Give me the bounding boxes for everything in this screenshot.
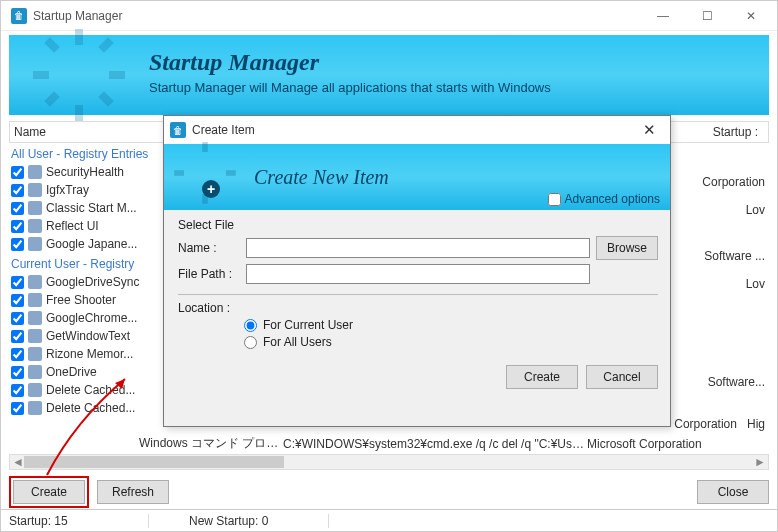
item-checkbox[interactable] bbox=[11, 402, 24, 415]
dialog-app-icon: 🗑 bbox=[170, 122, 186, 138]
status-bar: Startup: 15 New Startup: 0 bbox=[1, 509, 777, 531]
svg-point-0 bbox=[51, 47, 107, 103]
column-startup[interactable]: Startup : bbox=[709, 125, 764, 139]
app-icon bbox=[28, 219, 42, 233]
item-checkbox[interactable] bbox=[11, 276, 24, 289]
column-name[interactable]: Name bbox=[14, 125, 144, 139]
cmd-icon bbox=[28, 383, 42, 397]
horizontal-scrollbar[interactable]: ◄ ► bbox=[9, 454, 769, 470]
dialog-title: Create Item bbox=[192, 123, 634, 137]
maximize-button[interactable]: ☐ bbox=[685, 2, 729, 30]
location-label: Location : bbox=[178, 301, 658, 315]
dialog-banner: + Create New Item Advanced options bbox=[164, 144, 670, 210]
create-button[interactable]: Create bbox=[13, 480, 85, 504]
advanced-checkbox[interactable] bbox=[548, 193, 561, 206]
app-icon bbox=[28, 183, 42, 197]
app-icon bbox=[28, 293, 42, 307]
item-checkbox[interactable] bbox=[11, 384, 24, 397]
svg-rect-6 bbox=[44, 37, 60, 53]
refresh-button[interactable]: Refresh bbox=[97, 480, 169, 504]
browse-button[interactable]: Browse bbox=[596, 236, 658, 260]
status-startup-count: Startup: 15 bbox=[9, 514, 149, 528]
item-checkbox[interactable] bbox=[11, 330, 24, 343]
scroll-right-icon[interactable]: ► bbox=[754, 455, 766, 469]
svg-rect-14 bbox=[174, 170, 184, 176]
radio-current-input[interactable] bbox=[244, 319, 257, 332]
plus-icon: + bbox=[202, 180, 220, 198]
name-label: Name : bbox=[178, 241, 240, 255]
app-icon bbox=[28, 201, 42, 215]
right-column-fragments: Corporation Lov Software ... Lov Softwar… bbox=[665, 173, 765, 433]
status-new-startup: New Startup: 0 bbox=[189, 514, 329, 528]
item-checkbox[interactable] bbox=[11, 184, 24, 197]
banner-subtitle: Startup Manager will Manage all applicat… bbox=[149, 80, 749, 95]
cmd-icon bbox=[28, 401, 42, 415]
banner-title: Startup Manager bbox=[149, 49, 749, 76]
select-file-label: Select File bbox=[178, 218, 658, 232]
svg-rect-15 bbox=[226, 170, 236, 176]
close-app-button[interactable]: Close bbox=[697, 480, 769, 504]
app-icon bbox=[28, 237, 42, 251]
item-checkbox[interactable] bbox=[11, 348, 24, 361]
dialog-close-icon[interactable]: ✕ bbox=[634, 121, 664, 139]
svg-rect-12 bbox=[202, 142, 208, 152]
minimize-button[interactable]: — bbox=[641, 2, 685, 30]
window-title: Startup Manager bbox=[33, 9, 641, 23]
scroll-thumb[interactable] bbox=[24, 456, 284, 468]
item-checkbox[interactable] bbox=[11, 238, 24, 251]
divider bbox=[178, 294, 658, 295]
filepath-label: File Path : bbox=[178, 267, 240, 281]
app-icon: 🗑 bbox=[11, 8, 27, 24]
svg-rect-2 bbox=[75, 29, 83, 45]
app-icon bbox=[28, 347, 42, 361]
svg-rect-5 bbox=[109, 71, 125, 79]
shield-icon bbox=[28, 165, 42, 179]
scroll-left-icon[interactable]: ◄ bbox=[12, 455, 24, 469]
advanced-options-toggle[interactable]: Advanced options bbox=[548, 192, 660, 206]
radio-all-users[interactable]: For All Users bbox=[244, 335, 658, 349]
item-checkbox[interactable] bbox=[11, 312, 24, 325]
close-button[interactable]: ✕ bbox=[729, 2, 773, 30]
radio-all-input[interactable] bbox=[244, 336, 257, 349]
dialog-body: Select File Name : Browse File Path : Lo… bbox=[164, 210, 670, 393]
svg-rect-4 bbox=[33, 71, 49, 79]
item-checkbox[interactable] bbox=[11, 166, 24, 179]
app-icon bbox=[28, 329, 42, 343]
gear-icon bbox=[29, 25, 129, 125]
gear-icon bbox=[170, 138, 240, 208]
item-checkbox[interactable] bbox=[11, 220, 24, 233]
radio-current-user[interactable]: For Current User bbox=[244, 318, 658, 332]
svg-rect-8 bbox=[98, 37, 114, 53]
name-field[interactable] bbox=[246, 238, 590, 258]
app-icon bbox=[28, 275, 42, 289]
app-banner: Startup Manager Startup Manager will Man… bbox=[9, 35, 769, 115]
item-checkbox[interactable] bbox=[11, 366, 24, 379]
svg-rect-3 bbox=[75, 105, 83, 121]
svg-point-1 bbox=[65, 61, 93, 89]
detail-row: Windows コマンド プロセッサ C:¥WINDOWS¥system32¥c… bbox=[9, 435, 769, 452]
item-checkbox[interactable] bbox=[11, 202, 24, 215]
app-icon bbox=[28, 311, 42, 325]
dialog-cancel-button[interactable]: Cancel bbox=[586, 365, 658, 389]
footer-toolbar: Create Refresh Close bbox=[9, 477, 769, 507]
dialog-banner-title: Create New Item bbox=[254, 166, 389, 189]
create-item-dialog: 🗑 Create Item ✕ + Create New Item Advanc… bbox=[163, 115, 671, 427]
item-checkbox[interactable] bbox=[11, 294, 24, 307]
annotation-highlight: Create bbox=[9, 476, 89, 508]
filepath-field[interactable] bbox=[246, 264, 590, 284]
dialog-create-button[interactable]: Create bbox=[506, 365, 578, 389]
cloud-icon bbox=[28, 365, 42, 379]
svg-rect-7 bbox=[98, 91, 114, 107]
svg-rect-9 bbox=[44, 91, 60, 107]
